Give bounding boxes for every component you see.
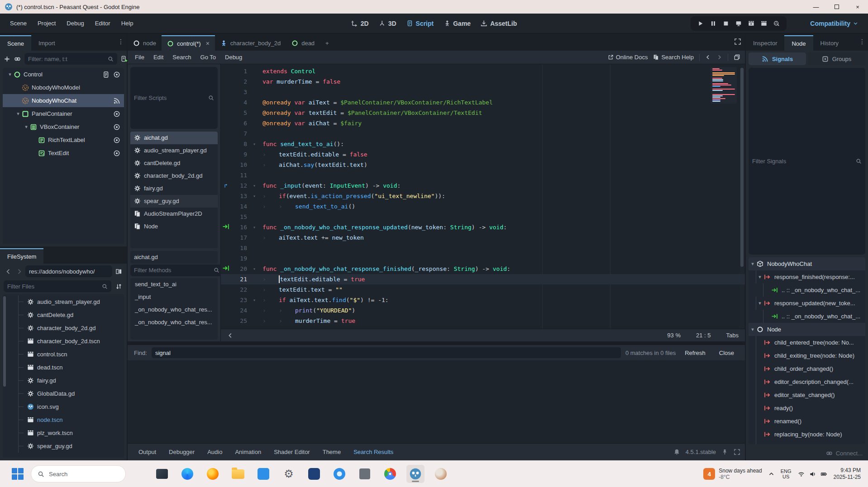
visibility-eye-icon[interactable] [113, 137, 120, 144]
code-editor[interactable]: 1extends Control2var murderTime = false3… [221, 64, 745, 329]
scripts-filter-input[interactable] [134, 95, 208, 101]
bottom-tab-output[interactable]: Output [132, 446, 162, 458]
scene-node-nobodywhochat[interactable]: NobodyWhoChat [3, 94, 124, 107]
fold-arrow-icon[interactable]: ▾ [250, 194, 259, 199]
connected-signal-icon[interactable] [222, 223, 229, 230]
mode-2d[interactable]: 2D [351, 20, 369, 27]
fold-arrow-icon[interactable]: ▾ [250, 142, 259, 147]
taskbar-search[interactable]: Search [31, 465, 126, 482]
file-filter-input[interactable] [7, 283, 102, 290]
taskbar-icon-app[interactable] [432, 465, 450, 483]
run-reel-button[interactable] [772, 19, 781, 28]
dock-menu-icon[interactable]: ⋮ [118, 38, 124, 45]
clock[interactable]: 9:43 PM 2025-11-25 [834, 467, 861, 481]
refresh-button[interactable]: Refresh [680, 348, 710, 358]
signal-response_updatednew_toke[interactable]: ▾response_updated(new_toke... [749, 297, 865, 310]
maximize-button[interactable] [826, 0, 847, 14]
taskbar-icon-godot[interactable] [406, 465, 424, 483]
connection-_on_nobody_who_chat_[interactable]: .. :: _on_nobody_who_chat_... [749, 284, 865, 297]
attach-script-button[interactable] [121, 54, 128, 63]
scene-tab-characterbody2d[interactable]: character_body_2d [215, 35, 286, 51]
expander-open-icon[interactable]: ▾ [749, 261, 757, 267]
taskbar-icon-chrome[interactable] [381, 465, 399, 483]
bottom-tab-shader-editor[interactable]: Shader Editor [267, 446, 316, 458]
fold-arrow-icon[interactable]: ▾ [250, 183, 259, 188]
scene-node-control[interactable]: ▾Control [3, 68, 124, 81]
visibility-eye-icon[interactable] [113, 123, 120, 131]
mode-assetlib[interactable]: AssetLib [481, 20, 517, 27]
signal-ready[interactable]: ready() [749, 402, 865, 415]
history-forward-icon[interactable] [14, 267, 24, 276]
close-find-button[interactable]: Close [715, 348, 739, 358]
run-stop-button[interactable] [721, 19, 730, 28]
scene-node-richtextlabel[interactable]: RichTextLabel [3, 133, 124, 147]
scene-node-vboxcontainer[interactable]: ▾VBoxContainer [3, 120, 124, 133]
scene-tab-[interactable]: + [320, 35, 334, 51]
script-menu-search[interactable]: Search [168, 52, 196, 62]
file-fairy.gd[interactable]: fairy.gd [3, 374, 124, 387]
file-cantDelete.gd[interactable]: cantDelete.gd [3, 308, 124, 322]
make-floating-icon[interactable] [734, 54, 740, 61]
path-input[interactable] [29, 268, 109, 275]
script-item-audiostreamplayergd[interactable]: audio_stream_player.gd [130, 144, 218, 157]
taskbar-icon-tools[interactable] [356, 465, 374, 483]
fold-arrow-icon[interactable]: ▾ [250, 266, 259, 271]
expander-open-icon[interactable]: ▾ [756, 274, 764, 280]
file-dead.tscn[interactable]: dead.tscn [3, 361, 124, 374]
renderer-selector[interactable]: Compatibility [810, 20, 858, 27]
signal-response_finishedresponse[interactable]: ▾response_finished(response:... [749, 270, 865, 284]
search-help-button[interactable]: Search Help [653, 54, 694, 61]
file-GlobalData.gd[interactable]: GlobalData.gd [3, 387, 124, 400]
file-character_body_2d.gd[interactable]: character_body_2d.gd [3, 322, 124, 335]
bottom-tab-theme[interactable]: Theme [316, 446, 347, 458]
menu-debug[interactable]: Debug [61, 17, 89, 29]
methods-filter-input[interactable] [134, 267, 214, 274]
notification-bell-icon[interactable] [673, 449, 680, 455]
bottom-tab-animation[interactable]: Animation [229, 446, 267, 458]
file-audio_stream_player.gd[interactable]: audio_stream_player.gd [3, 295, 124, 308]
menu-help[interactable]: Help [116, 17, 139, 29]
close-button[interactable]: × [847, 0, 868, 14]
visibility-eye-icon[interactable] [113, 110, 120, 118]
taskbar-icon-browser[interactable] [330, 465, 348, 483]
history-next-icon[interactable] [716, 54, 722, 60]
pin-bottom-panel-icon[interactable] [721, 449, 728, 455]
signal-connection-icon[interactable] [113, 97, 120, 104]
script-item-fairygd[interactable]: fairy.gd [130, 182, 218, 195]
file-control.tscn[interactable]: control.tscn [3, 348, 124, 361]
taskbar-icon-explorer[interactable] [153, 465, 171, 483]
taskbar-icon-edge[interactable] [178, 465, 196, 483]
bottom-splitter[interactable] [128, 341, 745, 345]
file-node.tscn[interactable]: node.tscn [3, 413, 124, 426]
signal-tree_entered[interactable]: tree_entered() [749, 441, 865, 444]
distraction-free-icon[interactable] [734, 38, 741, 45]
method-item[interactable]: _on_nobody_who_chat_res... [130, 316, 218, 329]
run-clapperplay-button[interactable] [747, 19, 756, 28]
taskbar-icon-settings[interactable]: ⚙ [280, 465, 298, 483]
run-monitor-button[interactable] [734, 19, 743, 28]
connect-button[interactable]: Connect... [836, 450, 863, 457]
tray-chevron-up-icon[interactable] [768, 471, 774, 477]
taskbar-icon-devices[interactable] [305, 465, 323, 483]
fold-arrow-icon[interactable]: ▾ [250, 225, 259, 230]
scene-tab-dead[interactable]: dead [286, 35, 320, 51]
start-button[interactable] [12, 468, 24, 480]
signal-child_exiting_treenodeNode[interactable]: child_exiting_tree(node: Node) [749, 349, 865, 362]
tab-signals[interactable]: Signals [749, 52, 806, 65]
battery-icon[interactable] [820, 471, 827, 478]
online-docs-button[interactable]: Online Docs [608, 54, 648, 61]
history-back-icon[interactable] [4, 267, 13, 276]
history-prev-icon[interactable] [705, 54, 711, 60]
menu-project[interactable]: Project [32, 17, 61, 29]
taskbar-icon-firefox[interactable] [204, 465, 222, 483]
run-clapper-button[interactable] [759, 19, 768, 28]
close-tab-icon[interactable]: × [206, 40, 210, 47]
tab-import[interactable]: Import [31, 35, 62, 51]
signal-source-NobodyWhoChat[interactable]: ▾NobodyWhoChat [749, 257, 865, 270]
menu-scene[interactable]: Scene [5, 17, 32, 29]
script-item-characterbody2dgd[interactable]: character_body_2d.gd [130, 170, 218, 182]
mode-script[interactable]: Script [406, 20, 434, 27]
dock-tab-inspector[interactable]: Inspector [746, 35, 784, 51]
run-pause-button[interactable] [709, 19, 718, 28]
indent-type[interactable]: Tabs [726, 332, 739, 339]
